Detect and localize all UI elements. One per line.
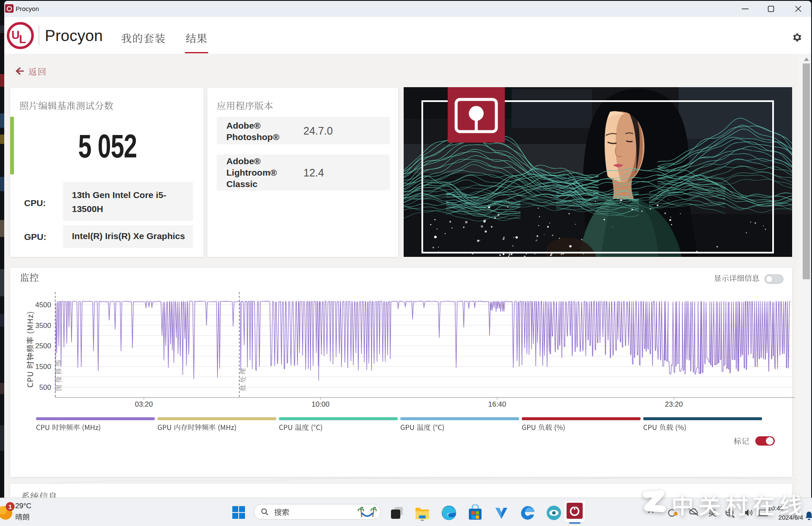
svg-text:500: 500 [39,383,51,391]
svg-text:3500: 3500 [35,322,51,330]
svg-text:4500: 4500 [35,301,51,309]
svg-text:03:20: 03:20 [135,400,153,408]
svg-text:23:20: 23:20 [665,400,683,408]
svg-text:10:00: 10:00 [311,400,330,408]
svg-text:1500: 1500 [35,363,51,371]
svg-text:2500: 2500 [35,342,51,350]
svg-text:1: 1 [8,503,12,510]
svg-text:16:40: 16:40 [488,400,506,408]
